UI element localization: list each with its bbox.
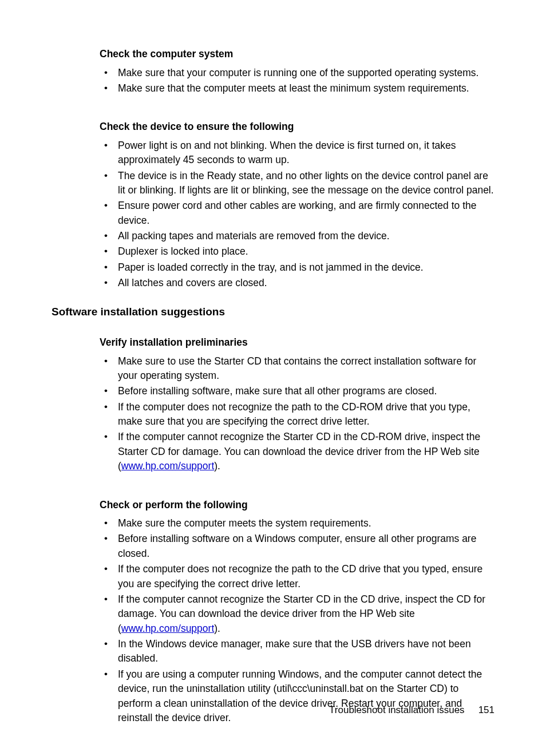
list-item: Before installing software on a Windows … — [100, 532, 494, 561]
list-item: Before installing software, make sure th… — [100, 384, 494, 398]
list-item: Ensure power cord and other cables are w… — [100, 199, 494, 228]
list-item: In the Windows device manager, make sure… — [100, 637, 494, 666]
hp-support-link[interactable]: www.hp.com/support — [121, 460, 214, 472]
text-fragment: ). — [214, 460, 220, 472]
list-item: Duplexer is locked into place. — [100, 244, 494, 259]
list-item: All packing tapes and materials are remo… — [100, 229, 494, 243]
list-item: Power light is on and not blinking. When… — [100, 138, 494, 168]
check-computer-list: Make sure that your computer is running … — [100, 66, 494, 96]
list-item: Make sure the computer meets the system … — [100, 516, 494, 531]
list-item: If you are using a computer running Wind… — [100, 667, 494, 726]
check-device-block: Check the device to ensure the following… — [100, 120, 494, 290]
verify-preliminaries-heading: Verify installation preliminaries — [100, 335, 494, 350]
check-perform-heading: Check or perform the following — [100, 498, 494, 512]
list-item: If the computer does not recognize the p… — [100, 562, 494, 591]
list-item: All latches and covers are closed. — [100, 276, 494, 290]
software-section-heading: Software installation suggestions — [52, 304, 494, 320]
check-device-list: Power light is on and not blinking. When… — [100, 138, 494, 291]
document-page: Check the computer system Make sure that… — [0, 0, 546, 756]
list-item: If the computer does not recognize the p… — [100, 400, 494, 429]
link-line-a: www.hp.com/ — [121, 623, 181, 634]
check-computer-heading: Check the computer system — [100, 47, 494, 61]
check-perform-list: Make sure the computer meets the system … — [100, 516, 494, 725]
check-device-heading: Check the device to ensure the following — [100, 120, 494, 134]
list-item: If the computer cannot recognize the Sta… — [100, 592, 494, 636]
list-item: Make sure that your computer is running … — [100, 66, 494, 80]
list-item: The device is in the Ready state, and no… — [100, 169, 494, 198]
page-footer: Troubleshoot installation issues151 — [329, 704, 494, 716]
hp-support-link[interactable]: www.hp.com/support — [121, 623, 214, 634]
check-perform-block: Check or perform the following Make sure… — [100, 498, 494, 726]
list-item: Paper is loaded correctly in the tray, a… — [100, 260, 494, 275]
verify-preliminaries-list: Make sure to use the Starter CD that con… — [100, 354, 494, 474]
check-computer-system-block: Check the computer system Make sure that… — [100, 47, 494, 96]
verify-preliminaries-block: Verify installation preliminaries Make s… — [100, 335, 494, 474]
list-item: Make sure to use the Starter CD that con… — [100, 354, 494, 383]
list-item: Make sure that the computer meets at lea… — [100, 81, 494, 96]
footer-label: Troubleshoot installation issues — [329, 704, 465, 715]
page-number: 151 — [478, 704, 494, 715]
text-fragment: ). — [214, 623, 220, 634]
link-line-b: support — [181, 623, 214, 634]
list-item: If the computer cannot recognize the Sta… — [100, 430, 494, 473]
